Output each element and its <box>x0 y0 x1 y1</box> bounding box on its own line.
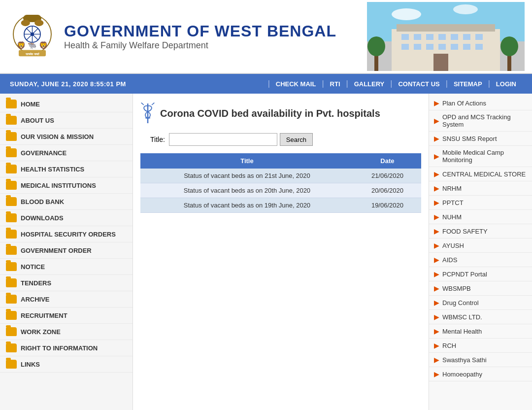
sidebar-item-label: OUR VISION & MISSION <box>21 133 94 140</box>
nav-links: | CHECK MAIL | RTI | GALLERY | CONTACT U… <box>268 74 522 94</box>
search-input[interactable] <box>169 133 277 146</box>
right-item-snsu-sms[interactable]: ▶SNSU SMS Report <box>429 132 532 146</box>
sidebar-item-label: LINKS <box>21 361 40 368</box>
sidebar-item-recruitment[interactable]: RECRUITMENT <box>0 308 133 324</box>
right-item-drug-control[interactable]: ▶Drug Control <box>429 296 532 310</box>
right-item-food-safety[interactable]: ▶FOOD SAFETY <box>429 224 532 239</box>
folder-icon <box>6 278 17 287</box>
sidebar-item-label: HOME <box>21 101 40 108</box>
header-left: 🦁 🐃 🦁 सत्यमेव जयते GOVERNMENT OF WEST BE… <box>7 7 336 66</box>
svg-text:सत्यमेव जयते: सत्यमेव जयते <box>25 52 39 56</box>
sidebar-left: HOMEABOUT USOUR VISION & MISSIONGOVERNAN… <box>0 94 133 410</box>
right-item-nuhm[interactable]: ▶NUHM <box>429 210 532 224</box>
col-date: Date <box>354 153 421 169</box>
sidebar-item-hospital-security[interactable]: HOSPITAL SECURITY ORDERS <box>0 226 133 242</box>
nav-contact-us[interactable]: CONTACT US <box>392 74 445 94</box>
arrow-icon: ▶ <box>434 184 439 192</box>
sidebar-item-archive[interactable]: ARCHIVE <box>0 291 133 308</box>
folder-icon <box>6 100 17 108</box>
svg-rect-18 <box>397 24 495 32</box>
svg-text:🦁 🐃 🦁: 🦁 🐃 🦁 <box>17 41 48 50</box>
folder-icon <box>6 148 17 157</box>
header: 🦁 🐃 🦁 सत्यमेव जयते GOVERNMENT OF WEST BE… <box>0 0 532 74</box>
sidebar-right: ▶Plan Of Actions▶OPD and MCS Tracking Sy… <box>429 94 532 410</box>
right-item-nrhm[interactable]: ▶NRHM <box>429 181 532 196</box>
row-date: 20/06/2020 <box>354 183 421 198</box>
arrow-icon: ▶ <box>434 313 439 321</box>
folder-icon <box>6 246 17 255</box>
svg-rect-24 <box>463 34 470 40</box>
nav-sitemap[interactable]: SITEMAP <box>448 74 488 94</box>
sidebar-item-blood-bank[interactable]: BLOOD BANK <box>0 194 133 210</box>
sidebar-item-label: HEALTH STATISTICS <box>21 166 84 173</box>
arrow-icon: ▶ <box>434 256 439 264</box>
right-item-plan-of-actions[interactable]: ▶Plan Of Actions <box>429 96 532 110</box>
arrow-icon: ▶ <box>434 117 439 125</box>
sidebar-item-work-zone[interactable]: WORK ZONE <box>0 324 133 340</box>
row-title: Status of vacant beds as on 19th June, 2… <box>140 198 354 213</box>
search-area: Title: Search <box>140 133 421 146</box>
right-item-label: Swasthya Sathi <box>442 356 487 364</box>
arrow-icon: ▶ <box>434 284 439 292</box>
sidebar-item-tenders[interactable]: TENDERS <box>0 275 133 291</box>
search-button[interactable]: Search <box>280 133 313 146</box>
navbar: SUNDAY, JUNE 21, 2020 8:55:01 PM | CHECK… <box>0 74 532 94</box>
svg-rect-22 <box>438 34 446 40</box>
right-item-pptct[interactable]: ▶PPTCT <box>429 196 532 210</box>
right-item-opd-mcs[interactable]: ▶OPD and MCS Tracking System <box>429 110 532 132</box>
sidebar-item-medical-institutions[interactable]: MEDICAL INSTITUTIONS <box>0 177 133 194</box>
sidebar-item-label: BLOOD BANK <box>21 198 64 205</box>
right-item-swasthya-sathi[interactable]: ▶Swasthya Sathi <box>429 353 532 367</box>
right-item-central-medical[interactable]: ▶CENTRAL MEDICAL STORE <box>429 167 532 181</box>
right-item-pcpndt[interactable]: ▶PCPNDT Portal <box>429 267 532 281</box>
sidebar-item-downloads[interactable]: DOWNLOADS <box>0 210 133 226</box>
table-row[interactable]: Status of vacant beds as on 21st June, 2… <box>140 169 421 183</box>
right-item-mental-health[interactable]: ▶Mental Health <box>429 324 532 339</box>
nav-gallery[interactable]: GALLERY <box>348 74 391 94</box>
sidebar-item-links[interactable]: LINKS <box>0 356 133 373</box>
nav-check-mail[interactable]: CHECK MAIL <box>270 74 322 94</box>
right-item-label: Drug Control <box>442 299 479 307</box>
nav-login[interactable]: LOGIN <box>490 74 522 94</box>
right-item-aids[interactable]: ▶AIDS <box>429 253 532 267</box>
nav-rti[interactable]: RTI <box>324 74 346 94</box>
svg-rect-21 <box>426 34 433 40</box>
arrow-icon: ▶ <box>434 99 439 107</box>
arrow-icon: ▶ <box>434 227 439 235</box>
right-item-homoeopathy[interactable]: ▶Homoeopathy <box>429 367 532 381</box>
sidebar-item-label: RECRUITMENT <box>21 312 67 319</box>
sidebar-item-government-order[interactable]: GOVERNMENT ORDER <box>0 242 133 259</box>
sidebar-item-label: GOVERNANCE <box>21 149 66 157</box>
folder-icon <box>6 311 17 320</box>
right-item-label: Mental Health <box>442 328 482 335</box>
folder-icon <box>6 197 17 206</box>
right-item-rch[interactable]: ▶RCH <box>429 339 532 353</box>
right-item-label: Mobile Medical Camp Monitoring <box>442 149 527 164</box>
right-item-wbmsc[interactable]: ▶WBMSC LTD. <box>429 310 532 324</box>
right-item-ayush[interactable]: ▶AYUSH <box>429 239 532 253</box>
right-item-wbsmpb[interactable]: ▶WBSMPB <box>429 281 532 296</box>
svg-rect-25 <box>475 34 483 40</box>
table-row[interactable]: Status of vacant beds as on 20th June, 2… <box>140 183 421 198</box>
right-item-label: Homoeopathy <box>442 371 482 378</box>
sidebar-item-notice[interactable]: NOTICE <box>0 259 133 275</box>
folder-icon <box>6 230 17 239</box>
sidebar-item-our-vision[interactable]: OUR VISION & MISSION <box>0 129 133 145</box>
sidebar-item-about-us[interactable]: ABOUT US <box>0 112 133 129</box>
right-item-mobile-medical[interactable]: ▶Mobile Medical Camp Monitoring <box>429 146 532 167</box>
sidebar-item-home[interactable]: HOME <box>0 96 133 112</box>
folder-icon <box>6 343 17 352</box>
arrow-icon: ▶ <box>434 213 439 221</box>
svg-rect-19 <box>401 34 409 40</box>
sidebar-item-right-to-information[interactable]: RIGHT TO INFORMATION <box>0 340 133 356</box>
folder-icon <box>6 360 17 369</box>
sidebar-item-label: HOSPITAL SECURITY ORDERS <box>21 231 116 238</box>
table-row[interactable]: Status of vacant beds as on 19th June, 2… <box>140 198 421 213</box>
sidebar-item-health-statistics[interactable]: HEALTH STATISTICS <box>0 161 133 177</box>
sidebar-item-label: TENDERS <box>21 279 51 287</box>
sidebar-item-governance[interactable]: GOVERNANCE <box>0 145 133 161</box>
folder-icon <box>6 165 17 173</box>
svg-rect-31 <box>463 44 470 50</box>
col-title: Title <box>140 153 354 169</box>
sidebar-item-label: NOTICE <box>21 263 45 271</box>
